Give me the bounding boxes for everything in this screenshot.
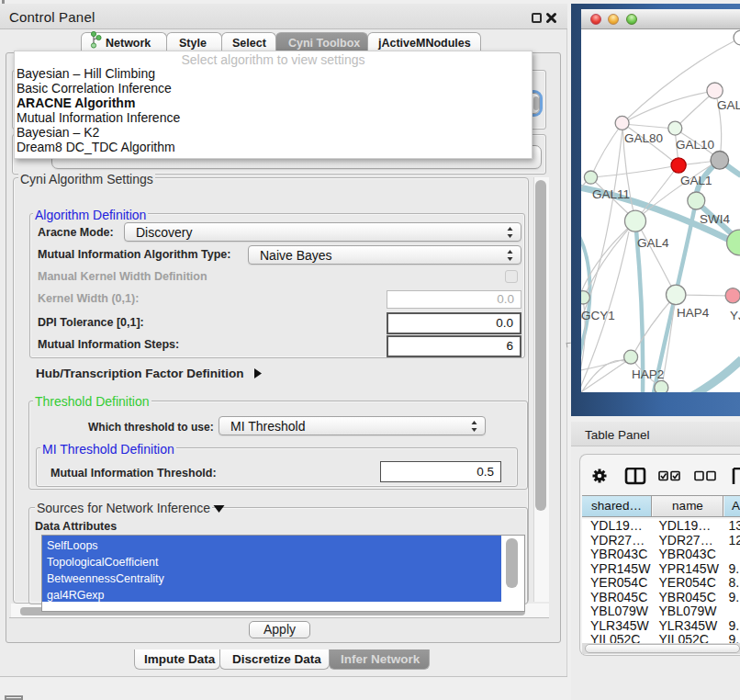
svg-text:GAL11: GAL11: [592, 187, 630, 201]
svg-text:GAL4: GAL4: [637, 236, 669, 250]
svg-text:HAP4: HAP4: [677, 306, 710, 320]
svg-text:GAL10: GAL10: [676, 138, 714, 152]
svg-text:SWI4: SWI4: [700, 212, 730, 226]
svg-text:GAL1: GAL1: [680, 174, 712, 187]
svg-text:HAP2: HAP2: [632, 367, 664, 381]
svg-text:YJ: YJ: [730, 309, 740, 322]
svg-text:GAL7: GAL7: [717, 98, 740, 112]
svg-text:GCY1: GCY1: [581, 309, 615, 322]
svg-text:GAL80: GAL80: [624, 131, 663, 145]
